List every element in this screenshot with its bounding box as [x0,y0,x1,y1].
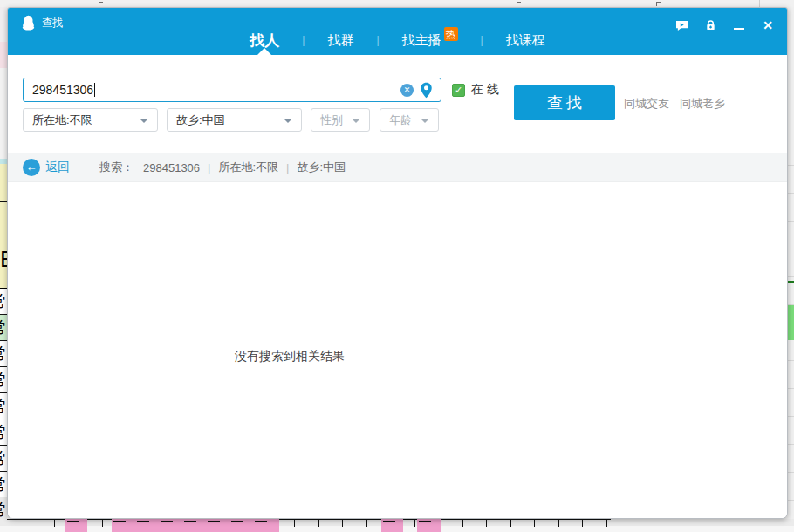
online-label: 在 线 [471,82,499,98]
clear-icon: ✕ [404,85,411,94]
back-label: 返回 [45,160,70,175]
spreadsheet-cell [112,519,279,532]
spreadsheet-marks [113,521,277,522]
spreadsheet-cell: 常 [0,497,7,519]
spreadsheet-cell: 常 [0,393,7,419]
spreadsheet-cell: 常 [0,341,7,367]
empty-results-message: 没有搜索到相关结果 [235,349,345,365]
dropdown-hometown[interactable]: 故乡:中国 [167,108,302,132]
online-filter: ✓ 在 线 [452,82,499,98]
chevron-down-icon [284,119,292,123]
tab-label: 找群 [327,32,353,49]
back-arrow-icon: ← [23,159,40,176]
tab-find-group[interactable]: 找群 [305,25,376,55]
text-caret [94,83,95,97]
minimize-button[interactable] [732,18,746,32]
tab-find-streamer[interactable]: 找主播 热 [380,25,481,55]
spreadsheet-cell: 常 [0,367,7,393]
tab-bar: 找人 | 找群 | 找主播 热 | 找课程 [8,25,787,55]
desktop-top-strip [0,0,794,7]
summary-label: 搜索： [99,160,133,175]
search-input[interactable]: 298451306 ✕ [23,78,441,102]
summary-separator: | [286,161,289,174]
spreadsheet-cell [381,519,403,532]
spreadsheet-cell: 常 [0,315,7,341]
location-pin-button[interactable] [420,82,433,99]
spreadsheet-marks [67,521,86,522]
spreadsheet-marks [7,522,611,522]
close-button[interactable]: ✕ [761,18,775,32]
hot-badge: 热 [444,27,458,41]
desktop-left-strip: E 常 常 常 常 常 常 常 常 常 [0,7,7,519]
desktop-right-strip [788,7,794,532]
spreadsheet-cell [0,42,7,68]
spreadsheet-gridline [788,281,794,283]
location-pin-icon [420,82,433,99]
minimize-icon [734,28,744,30]
search-panel: 298451306 ✕ ✓ 在 线 所在地:不限 故乡:中国 性别 [8,55,787,153]
online-checkbox[interactable]: ✓ [452,84,465,97]
window-controls: ✕ [674,18,775,32]
dropdown-value: 所在地:不限 [32,113,92,128]
spreadsheet-cell: 常 [0,289,7,315]
same-city-hometown-link[interactable]: 同城老乡 [680,96,725,112]
side-links: 同城交友 同城老乡 [624,96,725,112]
summary-separator: | [208,161,210,174]
spreadsheet-gridline [759,0,760,7]
result-toolbar: ← 返回 搜索： 298451306 | 所在地:不限 | 故乡:中国 [8,153,787,182]
spreadsheet-cell: 常 [0,446,7,472]
tab-label: 找主播 [402,32,441,49]
dropdown-value: 故乡:中国 [176,113,225,128]
tab-label: 找课程 [506,32,545,49]
back-button[interactable]: ← 返回 [23,159,70,176]
spreadsheet-cell [65,519,87,532]
find-button[interactable]: 查找 [514,85,615,120]
dropdown-location[interactable]: 所在地:不限 [23,108,158,132]
spreadsheet-cell [0,7,7,42]
spreadsheet-cell: 常 [0,472,7,498]
summary-filter-hometown: 故乡:中国 [297,160,346,175]
close-icon: ✕ [763,18,773,32]
spreadsheet-cell: 常 [0,419,7,446]
search-summary: 搜索： 298451306 | 所在地:不限 | 故乡:中国 [99,160,346,175]
summary-filter-location: 所在地:不限 [218,160,278,175]
tab-label: 找人 [250,31,279,51]
spreadsheet-mark [99,2,103,6]
spreadsheet-cell-text: E [0,248,7,270]
spreadsheet-rows: 常 常 常 常 常 常 常 常 [0,288,7,497]
results-area: 没有搜索到相关结果 [8,183,787,518]
titlebar[interactable]: 查找 找人 | 找群 | 找主播 热 | 找课程 [8,8,787,55]
clear-input-button[interactable]: ✕ [400,84,414,97]
spreadsheet-cell: E [0,164,7,288]
spreadsheet-marks [419,521,439,522]
chevron-down-icon [352,119,360,123]
spreadsheet-mark [517,2,521,6]
dropdown-gender[interactable]: 性别 [311,108,370,132]
feedback-button[interactable] [674,18,688,32]
dropdown-age[interactable]: 年龄 [380,108,439,132]
same-city-friends-link[interactable]: 同城交友 [624,96,669,112]
toolbar-divider [86,160,86,175]
chevron-down-icon [140,119,148,123]
search-input-value: 298451306 [32,83,93,97]
spreadsheet-marks [383,521,401,522]
check-icon: ✓ [455,85,462,95]
chevron-down-icon [421,119,429,123]
tab-find-people[interactable]: 找人 [227,25,302,55]
desktop-bottom-strip [0,519,794,532]
spreadsheet-cell [0,68,7,159]
tab-find-course[interactable]: 找课程 [483,25,568,55]
spreadsheet-cell [788,305,794,340]
dropdown-placeholder: 年龄 [389,113,412,128]
summary-query: 298451306 [143,161,200,174]
find-dialog-window: 查找 找人 | 找群 | 找主播 热 | 找课程 [7,7,788,519]
feedback-bubble-icon [675,20,688,31]
spreadsheet-gridline [0,201,7,202]
spreadsheet-mark [656,2,661,6]
spreadsheet-cell [417,519,441,532]
dropdown-placeholder: 性别 [320,113,343,128]
lock-button[interactable] [703,18,717,32]
lock-icon [705,19,716,31]
